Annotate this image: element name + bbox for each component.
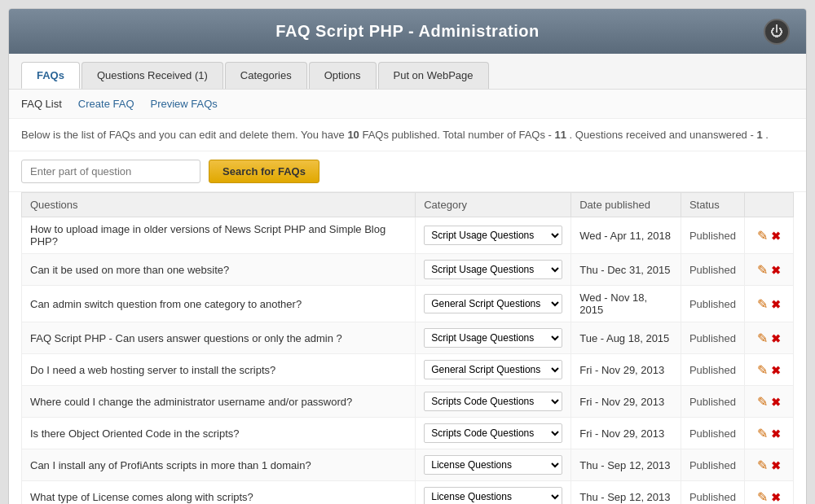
- cell-date: Thu - Sep 12, 2013: [571, 481, 681, 505]
- category-select[interactable]: Script Usage Questions: [424, 328, 562, 348]
- search-bar: Search for FAQs: [9, 151, 806, 192]
- col-questions: Questions: [22, 193, 416, 217]
- category-select[interactable]: License Questions: [424, 487, 562, 504]
- table-container: Questions Category Date published Status…: [9, 192, 806, 504]
- sub-tabs: FAQ List Create FAQ Preview FAQs: [9, 90, 806, 119]
- search-input[interactable]: [21, 160, 200, 183]
- tab-questions-received[interactable]: Questions Received (1): [82, 62, 223, 89]
- cell-actions: ✎✖: [745, 418, 794, 449]
- cell-date: Fri - Nov 29, 2013: [571, 354, 681, 386]
- cell-category: General Script Questions: [416, 354, 571, 386]
- cell-category: License Questions: [416, 481, 571, 505]
- table-row: Can I install any of ProfiAnts scripts i…: [22, 449, 794, 481]
- tab-categories[interactable]: Categories: [225, 62, 307, 89]
- cell-question: How to upload image in older versions of…: [22, 217, 416, 254]
- edit-icon[interactable]: ✎: [757, 229, 768, 243]
- main-tabs: FAQs Questions Received (1) Categories O…: [9, 54, 806, 90]
- cell-status: Published: [681, 481, 744, 505]
- delete-icon[interactable]: ✖: [771, 298, 781, 311]
- delete-icon[interactable]: ✖: [771, 427, 781, 440]
- cell-actions: ✎✖: [745, 254, 794, 286]
- search-button[interactable]: Search for FAQs: [209, 160, 319, 183]
- category-select[interactable]: Script Usage Questions: [424, 226, 562, 245]
- cell-actions: ✎✖: [745, 481, 794, 505]
- cell-date: Fri - Nov 29, 2013: [571, 418, 681, 449]
- unanswered-count: 1: [756, 129, 762, 141]
- col-date: Date published: [571, 193, 681, 217]
- delete-icon[interactable]: ✖: [771, 230, 781, 243]
- tab-faqs[interactable]: FAQs: [21, 62, 80, 89]
- table-row: What type of License comes along with sc…: [22, 481, 794, 505]
- cell-status: Published: [681, 322, 744, 354]
- cell-actions: ✎✖: [745, 217, 794, 254]
- cell-question: Can admin switch question from one categ…: [22, 286, 416, 322]
- category-select[interactable]: License Questions: [424, 455, 562, 475]
- category-select[interactable]: General Script Questions: [424, 360, 562, 379]
- cell-status: Published: [681, 418, 744, 449]
- delete-icon[interactable]: ✖: [771, 264, 781, 277]
- cell-category: General Script Questions: [416, 286, 571, 322]
- info-bar: Below is the list of FAQs and you can ed…: [9, 119, 806, 151]
- category-select[interactable]: General Script Questions: [424, 294, 562, 313]
- cell-question: Can I install any of ProfiAnts scripts i…: [22, 449, 416, 481]
- sub-tab-create-faq[interactable]: Create FAQ: [78, 98, 134, 110]
- app-container: FAQ Script PHP - Administration ⏻ FAQs Q…: [8, 8, 807, 504]
- info-text-before: Below is the list of FAQs and you can ed…: [21, 129, 347, 141]
- table-row: Do I need a web hosting server to instal…: [22, 354, 794, 386]
- category-select[interactable]: Scripts Code Questions: [424, 423, 562, 443]
- cell-date: Fri - Nov 29, 2013: [571, 386, 681, 418]
- tab-put-on-webpage[interactable]: Put on WebPage: [378, 62, 489, 89]
- cell-status: Published: [681, 386, 744, 418]
- header: FAQ Script PHP - Administration ⏻: [9, 9, 806, 54]
- cell-date: Wed - Apr 11, 2018: [571, 217, 681, 254]
- edit-icon[interactable]: ✎: [757, 490, 768, 504]
- cell-category: Script Usage Questions: [416, 254, 571, 286]
- category-select[interactable]: Scripts Code Questions: [424, 392, 562, 411]
- cell-category: Script Usage Questions: [416, 217, 571, 254]
- cell-question: Can it be used on more than one website?: [22, 254, 416, 286]
- col-category: Category: [416, 193, 571, 217]
- cell-date: Thu - Sep 12, 2013: [571, 449, 681, 481]
- table-row: Can it be used on more than one website?…: [22, 254, 794, 286]
- edit-icon[interactable]: ✎: [757, 363, 768, 377]
- app-title: FAQ Script PHP - Administration: [275, 22, 539, 41]
- edit-icon[interactable]: ✎: [757, 458, 768, 472]
- faq-table: Questions Category Date published Status…: [21, 192, 794, 504]
- col-status: Status: [681, 193, 744, 217]
- edit-icon[interactable]: ✎: [757, 331, 768, 345]
- delete-icon[interactable]: ✖: [771, 491, 781, 504]
- delete-icon[interactable]: ✖: [771, 364, 781, 377]
- cell-status: Published: [681, 449, 744, 481]
- cell-status: Published: [681, 217, 744, 254]
- edit-icon[interactable]: ✎: [757, 427, 768, 440]
- edit-icon[interactable]: ✎: [757, 395, 768, 409]
- category-select[interactable]: Script Usage Questions: [424, 260, 562, 279]
- cell-date: Thu - Dec 31, 2015: [571, 254, 681, 286]
- sub-tab-faq-list[interactable]: FAQ List: [21, 98, 62, 110]
- delete-icon[interactable]: ✖: [771, 459, 781, 472]
- cell-status: Published: [681, 286, 744, 322]
- info-text-end: .: [765, 129, 769, 141]
- delete-icon[interactable]: ✖: [771, 396, 781, 409]
- cell-status: Published: [681, 354, 744, 386]
- sub-tab-preview-faqs[interactable]: Preview FAQs: [151, 98, 218, 110]
- table-row: How to upload image in older versions of…: [22, 217, 794, 254]
- table-row: Can admin switch question from one categ…: [22, 286, 794, 322]
- edit-icon[interactable]: ✎: [757, 297, 768, 311]
- delete-icon[interactable]: ✖: [771, 332, 781, 345]
- tab-options[interactable]: Options: [309, 62, 377, 89]
- cell-question: What type of License comes along with sc…: [22, 481, 416, 505]
- cell-actions: ✎✖: [745, 354, 794, 386]
- table-row: FAQ Script PHP - Can users answer questi…: [22, 322, 794, 354]
- edit-icon[interactable]: ✎: [757, 263, 768, 277]
- power-button[interactable]: ⏻: [764, 19, 790, 45]
- cell-category: License Questions: [416, 449, 571, 481]
- table-row: Is there Object Oriented Code in the scr…: [22, 418, 794, 449]
- info-text-after-published: FAQs published. Total number of FAQs -: [362, 129, 554, 141]
- cell-actions: ✎✖: [745, 449, 794, 481]
- cell-category: Scripts Code Questions: [416, 386, 571, 418]
- cell-question: Where could I change the administrator u…: [22, 386, 416, 418]
- cell-category: Script Usage Questions: [416, 322, 571, 354]
- cell-status: Published: [681, 254, 744, 286]
- cell-date: Wed - Nov 18, 2015: [571, 286, 681, 322]
